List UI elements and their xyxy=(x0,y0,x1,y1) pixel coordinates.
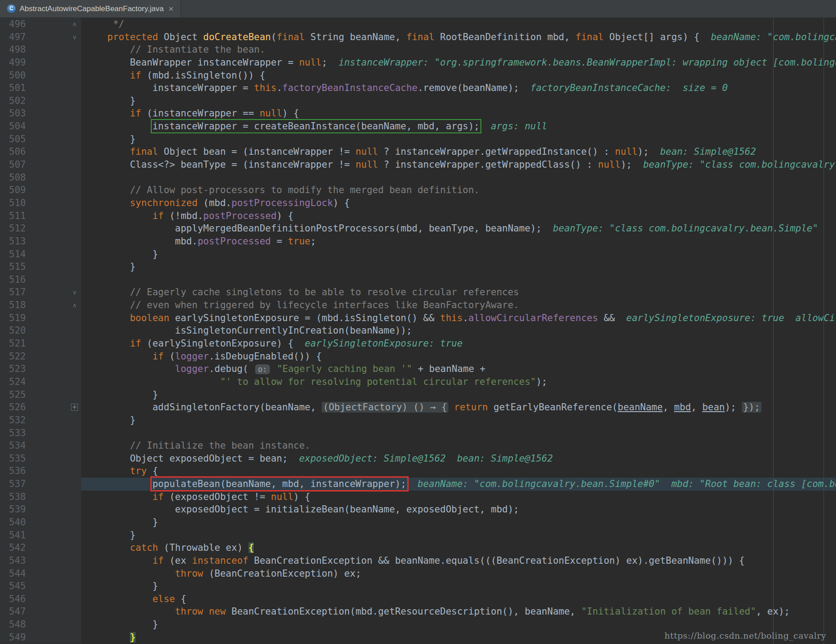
gutter[interactable]: 549 xyxy=(0,631,81,644)
code-content[interactable]: if (ex instanceof BeanCreationException … xyxy=(81,554,836,567)
line-number[interactable]: 510 xyxy=(0,197,26,210)
line-number[interactable]: 534 xyxy=(0,439,26,452)
gutter[interactable]: 505 xyxy=(0,133,81,146)
code-content[interactable]: // even when triggered by lifecycle inte… xyxy=(81,299,836,312)
line-number[interactable]: 506 xyxy=(0,145,26,158)
code-content[interactable]: } xyxy=(81,95,836,107)
line-number[interactable]: 548 xyxy=(0,618,26,631)
line-number[interactable]: 547 xyxy=(0,605,26,618)
code-content[interactable]: } xyxy=(81,388,836,401)
fold-end-icon[interactable]: ∧ xyxy=(69,18,80,31)
code-content[interactable]: isSingletonCurrentlyInCreation(beanName)… xyxy=(81,324,836,337)
code-content[interactable] xyxy=(81,171,836,184)
code-content[interactable]: } xyxy=(81,529,836,542)
line-number[interactable]: 508 xyxy=(0,171,26,184)
line-number[interactable]: 544 xyxy=(0,567,26,580)
gutter[interactable]: 498 xyxy=(0,43,81,56)
gutter[interactable]: 509 xyxy=(0,184,81,197)
gutter[interactable]: 520 xyxy=(0,324,81,337)
gutter[interactable]: 517∨ xyxy=(0,286,81,299)
gutter[interactable]: 546 xyxy=(0,593,81,606)
code-content[interactable]: throw new BeanCreationException(mbd.getR… xyxy=(81,605,836,618)
line-number[interactable]: 522 xyxy=(0,350,26,363)
code-content[interactable]: Object exposedObject = bean; exposedObje… xyxy=(81,452,836,465)
gutter[interactable]: 518∧ xyxy=(0,299,81,312)
gutter[interactable]: 537 xyxy=(0,478,81,491)
code-content[interactable]: } xyxy=(81,618,836,631)
line-number[interactable]: 518 xyxy=(0,299,26,312)
line-number[interactable]: 497 xyxy=(0,31,26,44)
gutter[interactable]: 548 xyxy=(0,618,81,631)
gutter[interactable]: 541 xyxy=(0,529,81,542)
gutter[interactable]: 539 xyxy=(0,503,81,516)
gutter[interactable]: 519 xyxy=(0,312,81,325)
gutter[interactable]: 516 xyxy=(0,273,81,286)
code-content[interactable]: throw (BeanCreationException) ex; xyxy=(81,567,836,580)
code-content[interactable]: else { xyxy=(81,593,836,606)
gutter[interactable]: 504 xyxy=(0,120,81,133)
code-content[interactable]: try { xyxy=(81,465,836,478)
gutter[interactable]: 512 xyxy=(0,222,81,235)
gutter[interactable]: 523 xyxy=(0,363,81,376)
line-number[interactable]: 516 xyxy=(0,273,26,286)
line-number[interactable]: 520 xyxy=(0,324,26,337)
code-content[interactable]: if (mbd.isSingleton()) { xyxy=(81,69,836,82)
line-number[interactable]: 532 xyxy=(0,414,26,427)
code-content[interactable]: if (instanceWrapper == null) { xyxy=(81,107,836,120)
gutter[interactable]: 501 xyxy=(0,82,81,95)
gutter[interactable]: 525 xyxy=(0,388,81,401)
code-content[interactable]: logger.debug( o: "Eagerly caching bean '… xyxy=(81,363,836,376)
code-editor[interactable]: 496∧ */497∨ protected Object doCreateBea… xyxy=(0,18,836,644)
line-number[interactable]: 515 xyxy=(0,260,26,273)
line-number[interactable]: 513 xyxy=(0,235,26,248)
code-content[interactable]: catch (Throwable ex) { xyxy=(81,541,836,554)
gutter[interactable]: 540 xyxy=(0,516,81,529)
gutter[interactable]: 536 xyxy=(0,465,81,478)
line-number[interactable]: 525 xyxy=(0,388,26,401)
code-content[interactable]: } xyxy=(81,248,836,261)
code-content[interactable]: exposedObject = initializeBean(beanName,… xyxy=(81,503,836,516)
line-number[interactable]: 502 xyxy=(0,95,26,107)
code-content[interactable]: mbd.postProcessed = true; xyxy=(81,235,836,248)
code-content[interactable]: protected Object doCreateBean(final Stri… xyxy=(81,31,836,44)
code-content[interactable]: populateBean(beanName, mbd, instanceWrap… xyxy=(81,478,836,491)
line-number[interactable]: 496 xyxy=(0,18,26,31)
code-content[interactable]: } xyxy=(81,260,836,273)
line-number[interactable]: 499 xyxy=(0,56,26,69)
gutter[interactable]: 545 xyxy=(0,580,81,593)
gutter[interactable]: 542 xyxy=(0,541,81,554)
gutter[interactable]: 533 xyxy=(0,427,81,440)
gutter[interactable]: 500 xyxy=(0,69,81,82)
code-content[interactable] xyxy=(81,427,836,440)
gutter[interactable]: 524 xyxy=(0,376,81,388)
code-content[interactable]: } xyxy=(81,516,836,529)
code-content[interactable]: applyMergedBeanDefinitionPostProcessors(… xyxy=(81,222,836,235)
line-number[interactable]: 540 xyxy=(0,516,26,529)
line-number[interactable]: 533 xyxy=(0,427,26,440)
line-number[interactable]: 500 xyxy=(0,69,26,82)
gutter[interactable]: 515 xyxy=(0,260,81,273)
line-number[interactable]: 505 xyxy=(0,133,26,146)
fold-end-icon[interactable]: ∧ xyxy=(69,299,80,312)
line-number[interactable]: 545 xyxy=(0,580,26,593)
line-number[interactable]: 524 xyxy=(0,376,26,388)
line-number[interactable]: 503 xyxy=(0,107,26,120)
line-number[interactable]: 517 xyxy=(0,286,26,299)
code-content[interactable]: if (logger.isDebugEnabled()) { xyxy=(81,350,836,363)
code-content[interactable]: "' to allow for resolving potential circ… xyxy=(81,376,836,388)
gutter[interactable]: 535 xyxy=(0,452,81,465)
code-content[interactable]: } xyxy=(81,414,836,427)
gutter[interactable]: 534 xyxy=(0,439,81,452)
code-content[interactable]: } xyxy=(81,133,836,146)
line-number[interactable]: 519 xyxy=(0,312,26,325)
line-number[interactable]: 511 xyxy=(0,210,26,223)
line-number[interactable]: 512 xyxy=(0,222,26,235)
line-number[interactable]: 543 xyxy=(0,554,26,567)
code-content[interactable]: boolean earlySingletonExposure = (mbd.is… xyxy=(81,312,836,325)
code-content[interactable]: if (earlySingletonExposure) { earlySingl… xyxy=(81,337,836,350)
code-content[interactable]: instanceWrapper = createBeanInstance(bea… xyxy=(81,120,836,133)
gutter[interactable]: 503 xyxy=(0,107,81,120)
line-number[interactable]: 549 xyxy=(0,631,26,644)
line-number[interactable]: 504 xyxy=(0,120,26,133)
line-number[interactable]: 546 xyxy=(0,593,26,606)
